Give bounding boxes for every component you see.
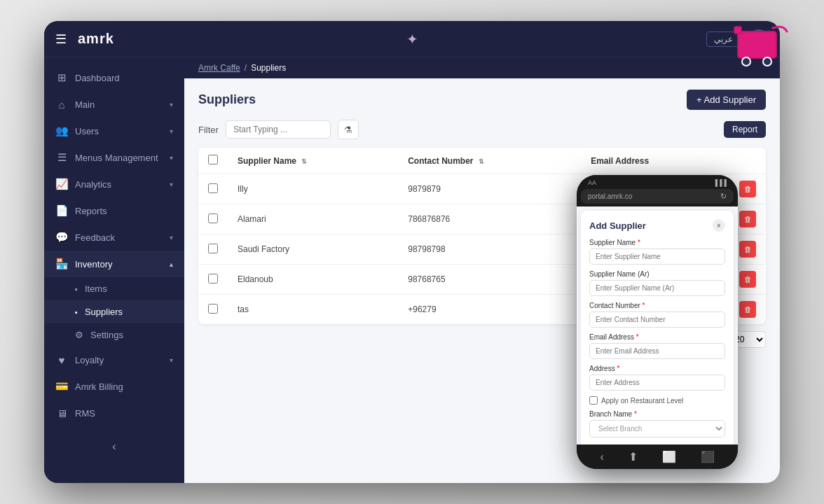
reports-icon: 📄	[55, 204, 68, 217]
sidebar-sub-item-suppliers-label: Suppliers	[85, 307, 123, 317]
phone-refresh-icon[interactable]: ↻	[720, 192, 727, 201]
delete-button-3[interactable]: 🗑	[739, 271, 756, 288]
phone-signal: ▐▐▐	[713, 179, 727, 186]
supplier-name-cell: Eldanoub	[228, 265, 398, 295]
page-title: Suppliers	[198, 92, 256, 107]
contact-number-cell: 98798798	[398, 234, 581, 265]
sidebar-item-dashboard[interactable]: ⊞ Dashboard	[44, 64, 184, 91]
phone-url-bar[interactable]: portal.amrk.co ↻	[581, 189, 734, 204]
sidebar-item-reports-label: Reports	[75, 206, 173, 216]
address-group: Address *	[589, 365, 725, 391]
sidebar-item-users[interactable]: 👥 Users ▾	[44, 118, 184, 144]
sidebar-item-main-label: Main	[75, 99, 163, 110]
sidebar-sub-item-suppliers[interactable]: ▪ Suppliers	[44, 300, 184, 323]
email-label: Email Address *	[589, 333, 725, 341]
email-input[interactable]	[589, 343, 725, 359]
svg-rect-1	[734, 27, 741, 34]
branch-select[interactable]: Select Branch	[589, 420, 725, 438]
supplier-name-ar-input[interactable]	[589, 280, 725, 296]
row-checkbox-2[interactable]	[208, 244, 218, 253]
sidebar-collapse-button[interactable]: ‹	[44, 433, 184, 460]
add-supplier-button[interactable]: + Add Supplier	[687, 90, 766, 110]
contact-number-group: Contact Number *	[589, 302, 725, 328]
delete-button-2[interactable]: 🗑	[739, 241, 756, 258]
users-icon: 👥	[55, 125, 68, 137]
sidebar-item-loyalty-label: Loyalty	[75, 355, 163, 365]
phone-share-button[interactable]: ⬆	[629, 450, 638, 463]
supplier-name-label: Supplier Name *	[589, 239, 725, 246]
chevron-down-icon: ▾	[170, 127, 173, 135]
filter-icon-button[interactable]: ⚗	[338, 120, 359, 139]
modal-close-button[interactable]: ×	[713, 219, 725, 232]
supplier-name-group: Supplier Name *	[589, 239, 725, 265]
phone-time: AA	[588, 179, 596, 186]
restaurant-level-checkbox[interactable]	[589, 396, 598, 405]
suppliers-icon: ▪	[75, 308, 78, 316]
chevron-down-icon: ▾	[170, 154, 173, 162]
sidebar-item-feedback[interactable]: 💬 Feedback ▾	[44, 224, 184, 251]
address-input[interactable]	[589, 374, 725, 391]
main-icon: ⌂	[55, 98, 68, 111]
items-icon: ▪	[75, 285, 78, 293]
select-all-header	[198, 148, 228, 174]
inventory-icon: 🏪	[55, 258, 68, 270]
sidebar-item-loyalty[interactable]: ♥ Loyalty ▾	[44, 346, 184, 373]
delete-button-0[interactable]: 🗑	[739, 181, 756, 197]
chevron-up-icon: ▴	[170, 260, 173, 268]
delete-button-4[interactable]: 🗑	[739, 301, 756, 318]
chevron-down-icon: ▾	[170, 234, 173, 241]
phone-home-button[interactable]: ⬛	[701, 450, 715, 463]
phone-bottom-bar: ‹ ⬆ ⬜ ⬛	[577, 444, 738, 469]
modal-title: Add Supplier	[589, 220, 646, 231]
select-all-checkbox[interactable]	[208, 155, 218, 164]
sidebar: ⊞ Dashboard ⌂ Main ▾ 👥 Users ▾ ☰	[44, 57, 184, 483]
sidebar-item-menus[interactable]: ☰ Menus Management ▾	[44, 144, 184, 171]
branch-name-group: Branch Name * Select Branch	[589, 410, 725, 438]
sidebar-item-analytics[interactable]: 📈 Analytics ▾	[44, 171, 184, 197]
svg-point-3	[763, 57, 771, 66]
filter-row: Filter ⚗ Report	[198, 120, 766, 139]
branch-name-label: Branch Name *	[589, 410, 725, 418]
hamburger-button[interactable]: ☰	[55, 31, 67, 47]
modal-header: Add Supplier ×	[589, 219, 725, 232]
sidebar-item-inventory[interactable]: 🏪 Inventory ▴	[44, 251, 184, 277]
phone-content: Add Supplier × Supplier Name * Supplier …	[577, 206, 738, 444]
chevron-down-icon: ▾	[170, 356, 173, 364]
sidebar-item-rms[interactable]: 🖥 RMS	[44, 400, 184, 426]
sidebar-item-main[interactable]: ⌂ Main ▾	[44, 91, 184, 118]
breadcrumb-parent[interactable]: Amrk Caffe	[198, 63, 240, 73]
contact-number-cell: 786876876	[398, 204, 581, 234]
sidebar-sub-item-settings[interactable]: ⚙ Settings	[44, 323, 184, 346]
restaurant-level-label: Apply on Restaurant Level	[601, 397, 683, 405]
loyalty-icon: ♥	[55, 354, 68, 366]
breadcrumb-separator: /	[245, 63, 247, 73]
chevron-down-icon: ▾	[170, 101, 173, 108]
sidebar-item-feedback-label: Feedback	[75, 232, 163, 243]
row-checkbox-3[interactable]	[208, 274, 218, 284]
billing-icon: 💳	[55, 380, 68, 393]
supplier-name-cell: tas	[228, 295, 398, 325]
sidebar-item-billing-label: Amrk Billing	[75, 382, 173, 392]
row-checkbox-0[interactable]	[208, 183, 218, 193]
row-checkbox-1[interactable]	[208, 214, 218, 223]
delete-button-1[interactable]: 🗑	[739, 211, 756, 227]
contact-number-input[interactable]	[589, 312, 725, 328]
filter-input[interactable]	[226, 120, 331, 139]
report-button[interactable]: Report	[724, 121, 766, 138]
sidebar-sub-item-items[interactable]: ▪ Items	[44, 277, 184, 300]
settings-icon: ⚙	[75, 330, 83, 340]
sidebar-sub-item-items-label: Items	[85, 284, 107, 294]
analytics-icon: 📈	[55, 178, 68, 190]
top-bar: ☰ amrk ✦ عربي 👤	[44, 21, 780, 57]
supplier-name-input[interactable]	[589, 248, 725, 265]
phone-back-button[interactable]: ‹	[600, 451, 603, 463]
email-header: Email Address	[581, 148, 729, 174]
menus-icon: ☰	[55, 151, 68, 164]
row-checkbox-4[interactable]	[208, 304, 218, 314]
sort-icon: ⇅	[479, 158, 484, 165]
sidebar-item-menus-label: Menus Management	[75, 153, 163, 163]
sidebar-item-reports[interactable]: 📄 Reports	[44, 197, 184, 224]
phone-pages-button[interactable]: ⬜	[662, 450, 676, 463]
sidebar-item-amrk-billing[interactable]: 💳 Amrk Billing	[44, 373, 184, 400]
app-logo: amrk	[78, 31, 114, 47]
